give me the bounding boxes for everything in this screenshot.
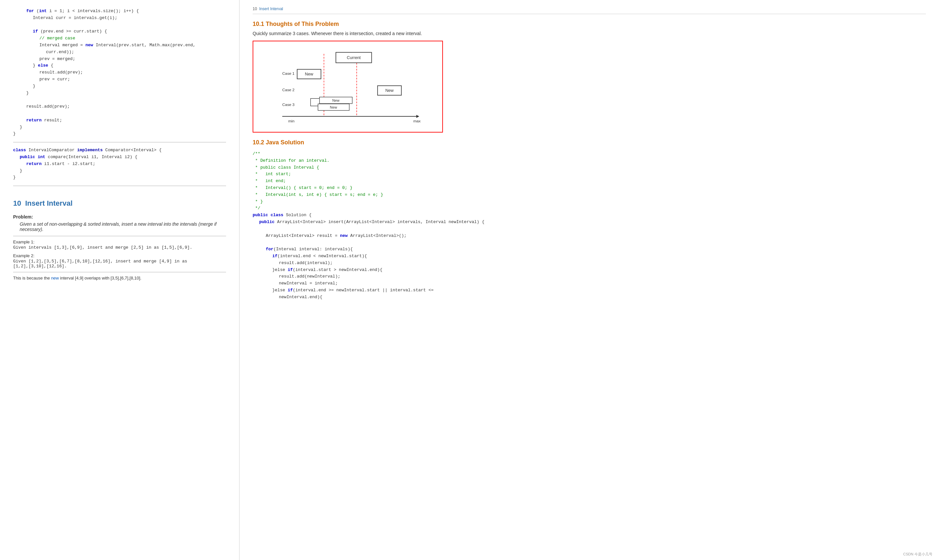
problem-desc: Given a set of non-overlapping & sorted … xyxy=(13,222,226,232)
svg-text:Case 2: Case 2 xyxy=(282,88,294,92)
svg-marker-1 xyxy=(416,115,419,118)
breadcrumb-link[interactable]: Insert Interval xyxy=(259,6,283,11)
example2-label: Example 2: xyxy=(13,253,226,258)
watermark: CSDN 今是小几号 xyxy=(903,552,933,557)
left-panel: for (int i = 1; i < intervals.size(); i+… xyxy=(0,0,240,560)
note-text: This is because the new interval [4,9] o… xyxy=(13,275,226,280)
example2-text: Given [1,2],[3,5],[6,7],[8,10],[12,16], … xyxy=(13,259,226,269)
breadcrumb: 10 Insert Interval xyxy=(252,6,926,14)
example1-text: Given intervals [1,3],[6,9], insert and … xyxy=(13,245,226,250)
svg-text:min: min xyxy=(288,119,294,123)
divider-1 xyxy=(13,142,226,142)
section-10-title: 10 Insert Interval xyxy=(13,199,72,207)
svg-text:max: max xyxy=(413,119,420,123)
bottom-code-block: class IntervalComparator implements Comp… xyxy=(13,146,226,182)
right-panel: 10 Insert Interval 10.1 Thoughts of This… xyxy=(240,0,939,560)
svg-text:New: New xyxy=(330,105,337,109)
thoughts-text: Quickly summarize 3 cases. Whenever ther… xyxy=(252,31,926,36)
divider-4 xyxy=(13,272,226,272)
diagram-container: Current Case 1 New Case 2 New Case 3 New… xyxy=(252,41,443,132)
top-code-block: for (int i = 1; i < intervals.size(); i+… xyxy=(13,6,226,139)
svg-text:Case 1: Case 1 xyxy=(282,71,294,76)
svg-text:New: New xyxy=(332,98,340,102)
section-10-1-title: 10.1 Thoughts of This Problem xyxy=(252,21,926,28)
svg-text:New: New xyxy=(305,72,313,77)
svg-text:New: New xyxy=(385,88,394,93)
divider-3 xyxy=(13,236,226,236)
svg-text:Current: Current xyxy=(347,55,361,60)
problem-label: Problem: xyxy=(13,214,226,220)
example1-label: Example 1: xyxy=(13,240,226,245)
diagram-svg: Current Case 1 New Case 2 New Case 3 New… xyxy=(260,48,436,125)
svg-text:Case 3: Case 3 xyxy=(282,102,295,107)
java-solution-code: /** * Definition for an interval. * publ… xyxy=(252,149,926,302)
divider-2 xyxy=(13,186,226,186)
section-10-2-title: 10.2 Java Solution xyxy=(252,139,926,146)
